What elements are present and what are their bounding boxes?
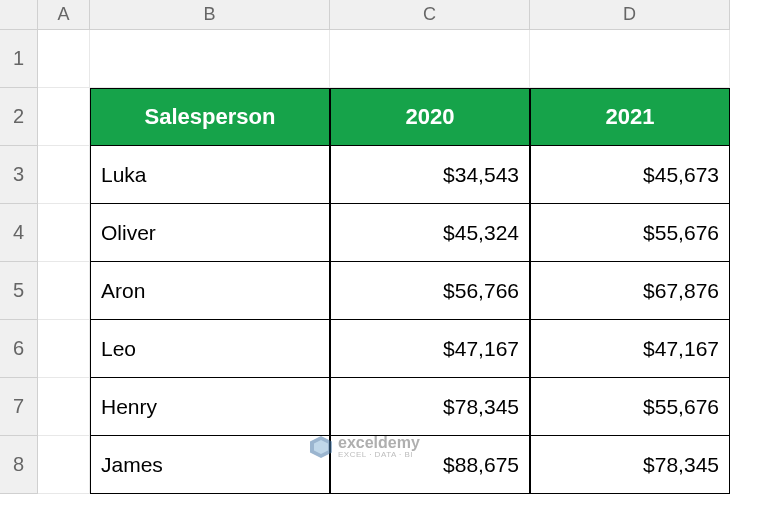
table-row-value[interactable]: $56,766 — [330, 262, 530, 320]
table-row-value[interactable]: $88,675 — [330, 436, 530, 494]
row-header-8[interactable]: 8 — [0, 436, 38, 494]
cell-a6[interactable] — [38, 320, 90, 378]
table-row-name[interactable]: Leo — [90, 320, 330, 378]
col-header-b[interactable]: B — [90, 0, 330, 30]
cell-d1[interactable] — [530, 30, 730, 88]
table-header-2020[interactable]: 2020 — [330, 88, 530, 146]
table-row-name[interactable]: Henry — [90, 378, 330, 436]
cell-b1[interactable] — [90, 30, 330, 88]
spreadsheet-grid: A B C D 1 2 Salesperson 2020 2021 3 Luka… — [0, 0, 767, 494]
table-row-value[interactable]: $47,167 — [330, 320, 530, 378]
select-all-corner[interactable] — [0, 0, 38, 30]
table-row-value[interactable]: $78,345 — [330, 378, 530, 436]
row-header-5[interactable]: 5 — [0, 262, 38, 320]
row-header-3[interactable]: 3 — [0, 146, 38, 204]
cell-c1[interactable] — [330, 30, 530, 88]
cell-a2[interactable] — [38, 88, 90, 146]
table-row-name[interactable]: Luka — [90, 146, 330, 204]
table-row-value[interactable]: $45,324 — [330, 204, 530, 262]
col-header-d[interactable]: D — [530, 0, 730, 30]
row-header-1[interactable]: 1 — [0, 30, 38, 88]
cell-a3[interactable] — [38, 146, 90, 204]
row-header-2[interactable]: 2 — [0, 88, 38, 146]
cell-a8[interactable] — [38, 436, 90, 494]
col-header-c[interactable]: C — [330, 0, 530, 30]
table-header-2021[interactable]: 2021 — [530, 88, 730, 146]
table-row-value[interactable]: $47,167 — [530, 320, 730, 378]
row-header-6[interactable]: 6 — [0, 320, 38, 378]
table-row-name[interactable]: Aron — [90, 262, 330, 320]
table-row-value[interactable]: $67,876 — [530, 262, 730, 320]
col-header-a[interactable]: A — [38, 0, 90, 30]
row-header-4[interactable]: 4 — [0, 204, 38, 262]
table-row-name[interactable]: Oliver — [90, 204, 330, 262]
table-row-value[interactable]: $55,676 — [530, 378, 730, 436]
cell-a5[interactable] — [38, 262, 90, 320]
row-header-7[interactable]: 7 — [0, 378, 38, 436]
cell-a7[interactable] — [38, 378, 90, 436]
table-row-value[interactable]: $78,345 — [530, 436, 730, 494]
table-row-value[interactable]: $55,676 — [530, 204, 730, 262]
cell-a4[interactable] — [38, 204, 90, 262]
table-row-value[interactable]: $34,543 — [330, 146, 530, 204]
table-row-value[interactable]: $45,673 — [530, 146, 730, 204]
table-header-salesperson[interactable]: Salesperson — [90, 88, 330, 146]
cell-a1[interactable] — [38, 30, 90, 88]
table-row-name[interactable]: James — [90, 436, 330, 494]
